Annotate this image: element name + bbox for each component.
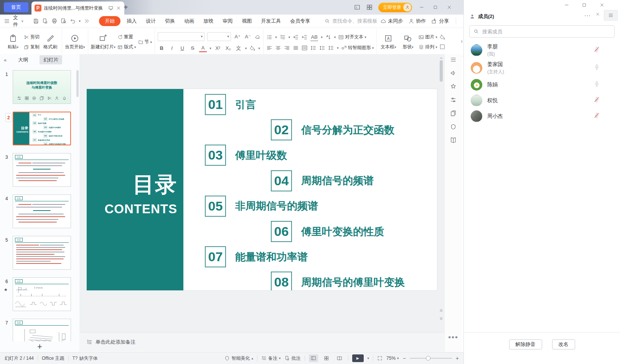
ribbon-tab-transition[interactable]: 切换 <box>162 16 178 26</box>
zoom-slider[interactable] <box>410 358 452 359</box>
arrange-button[interactable]: 排列▾ <box>419 44 437 50</box>
member-search-box[interactable] <box>469 25 615 38</box>
ribbon-tab-slideshow[interactable]: 放映 <box>200 16 216 26</box>
member-row[interactable]: 姜家国(主持人) <box>464 59 620 77</box>
adjust-slider-icon[interactable] <box>450 97 457 103</box>
tab-close-icon[interactable] <box>116 5 121 11</box>
hamburger-icon[interactable] <box>4 18 10 24</box>
toc-item-01[interactable]: 01引言 <box>33 113 41 117</box>
member-search-input[interactable] <box>481 28 610 35</box>
line-spacing-icon[interactable] <box>310 45 317 51</box>
to-smartart-button[interactable]: 转智能图形▾ <box>341 44 374 51</box>
window-close-button[interactable] <box>445 3 453 12</box>
single-window-icon[interactable]: 1 <box>354 4 361 11</box>
panel-dock-tab[interactable] <box>604 10 618 21</box>
slide-sorter-view-button[interactable] <box>322 354 331 362</box>
share-button[interactable]: 分享 <box>431 18 449 25</box>
justify-icon[interactable] <box>293 45 299 51</box>
toc-item-03[interactable]: 03傅里叶级数 <box>205 145 287 166</box>
save-icon[interactable] <box>33 18 39 24</box>
toc-item-05[interactable]: 05非周期信号的频谱 <box>33 130 52 133</box>
apps-grid-icon[interactable] <box>366 4 373 11</box>
export-icon[interactable] <box>42 18 48 24</box>
more-quick-icons[interactable] <box>84 18 90 24</box>
resource-badge-icon[interactable] <box>450 124 457 130</box>
ribbon-tab-start[interactable]: 开始 <box>99 16 120 26</box>
character-spacing-button[interactable]: AB <box>310 33 318 41</box>
smart-beautify-button[interactable]: 智能美化▴ <box>224 355 253 362</box>
font-size-select[interactable]: ▾ <box>207 32 231 41</box>
align-center-icon[interactable] <box>275 45 281 51</box>
strike-button[interactable]: S <box>189 44 196 52</box>
zoom-out-button[interactable]: − <box>403 355 406 361</box>
spacing-options-icon[interactable] <box>328 45 334 51</box>
command-search[interactable]: 查找命令、搜索模板 <box>325 18 377 25</box>
mic-on-icon[interactable] <box>594 64 600 72</box>
toc-item-08[interactable]: 08周期信号的傅里叶变换 <box>44 142 66 145</box>
align-left-icon[interactable] <box>266 45 272 51</box>
collapse-panel-button[interactable]: « <box>4 57 7 63</box>
members-maximize-button[interactable] <box>580 1 589 9</box>
outdent-icon[interactable] <box>293 34 299 40</box>
outline-color-icon[interactable] <box>439 44 445 50</box>
templates-icon[interactable] <box>450 110 457 117</box>
font-color-button[interactable]: A <box>199 44 207 52</box>
toc-item-06[interactable]: 06傅里叶变换的性质 <box>44 134 63 138</box>
scrollbar-thumb[interactable] <box>440 60 443 82</box>
normal-view-button[interactable] <box>309 354 318 362</box>
toc-item-04[interactable]: 04周期信号的频谱 <box>271 170 374 191</box>
member-row[interactable]: 权悦 <box>464 92 620 108</box>
members-minimize-button[interactable] <box>562 1 571 9</box>
phonetic-guide-button[interactable]: 文 <box>235 44 242 52</box>
toc-item-08[interactable]: 08周期信号的傅里叶变换 <box>271 272 405 290</box>
bold-button[interactable]: B <box>158 44 165 52</box>
ribbon-tab-design[interactable]: 设计 <box>143 16 159 26</box>
unmute-button[interactable]: 解除静音 <box>509 339 542 349</box>
member-row[interactable]: 李朋(我) <box>464 41 620 59</box>
text-direction-icon[interactable] <box>325 34 331 40</box>
font-family-select[interactable]: ▾ <box>158 32 204 41</box>
members-more-icon[interactable]: ··· <box>584 12 591 18</box>
undo-icon[interactable] <box>70 18 76 24</box>
mic-muted-icon[interactable] <box>594 96 600 104</box>
ribbon-tab-devtools[interactable]: 开发工具 <box>258 16 284 26</box>
highlight-pen-icon[interactable] <box>249 45 256 51</box>
strip-more-icon[interactable]: ●●● <box>445 334 462 340</box>
members-panel-close-icon[interactable] <box>595 12 600 18</box>
clear-format-icon[interactable] <box>254 33 261 40</box>
slide-thumbnail-4[interactable]: 引言 <box>13 194 71 228</box>
textbox-button[interactable]: A 文本框▾ <box>379 34 397 50</box>
slide-thumbnail-1[interactable]: 连续时间傅里叶级数与傅里叶变换 <box>13 70 71 104</box>
tab-slides[interactable]: 幻灯片 <box>40 55 62 64</box>
new-slide-button[interactable]: 新建幻灯片▾ <box>91 34 116 50</box>
picture-button[interactable]: 图片▾ <box>419 34 437 40</box>
slide-thumbnail-5[interactable]: 引言 <box>13 236 71 270</box>
reference-book-icon[interactable] <box>450 137 457 143</box>
section-button[interactable]: 节▾ <box>138 39 152 45</box>
toc-item-04[interactable]: 04周期信号的频谱 <box>44 126 61 129</box>
home-tab[interactable]: 首页 <box>4 2 28 12</box>
notes-bar[interactable]: 单击此处添加备注 <box>79 332 444 352</box>
underline-button[interactable]: U <box>178 44 186 52</box>
next-slide-icon[interactable] <box>439 316 444 321</box>
toc-item-07[interactable]: 07能量谱和功率谱 <box>205 246 308 267</box>
file-menu[interactable]: 文件 <box>13 14 18 28</box>
canvas-scrollbar[interactable] <box>439 56 444 331</box>
indent-icon[interactable] <box>302 34 308 40</box>
login-button[interactable]: 立即登录 <box>378 3 412 12</box>
cut-button[interactable]: 剪切 <box>24 34 40 40</box>
member-row[interactable]: 周小杰 <box>464 108 620 124</box>
current-slide[interactable]: 目录 CONTENTS 01引言02信号分解为正交函数03傅里叶级数04周期信号… <box>13 112 71 145</box>
format-painter-button[interactable]: 格式刷 <box>41 34 59 50</box>
print-preview-icon[interactable] <box>61 18 67 24</box>
missing-font-warning[interactable]: T? 缺失字体 <box>73 355 98 362</box>
members-close-button[interactable] <box>598 1 606 9</box>
shapes-button[interactable]: 形状▾ <box>399 34 417 50</box>
align-right-icon[interactable] <box>284 45 290 51</box>
toc-item-02[interactable]: 02信号分解为正交函数 <box>44 117 64 121</box>
toc-item-06[interactable]: 06傅里叶变换的性质 <box>271 221 384 242</box>
superscript-button[interactable]: X² <box>214 44 222 52</box>
distribute-icon[interactable] <box>302 45 308 51</box>
toolbar-expand-icon[interactable]: › <box>461 38 463 44</box>
tab-monitor-icon[interactable] <box>108 5 114 11</box>
